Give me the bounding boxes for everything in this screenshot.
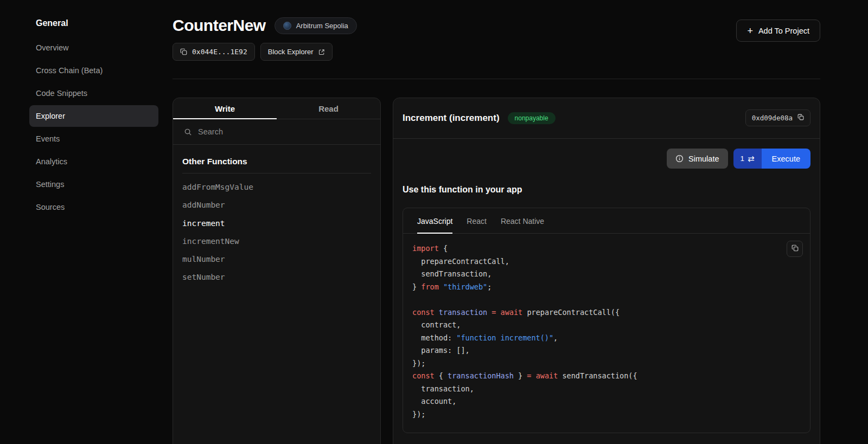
- simulate-button[interactable]: Simulate: [667, 149, 727, 169]
- page-title: CounterNew: [173, 16, 266, 35]
- function-group: Other Functions addFromMsgValue addNumbe…: [173, 145, 380, 294]
- sidebar-item-events[interactable]: Events: [29, 128, 158, 150]
- code-line: } from "thirdweb";: [412, 281, 801, 294]
- sidebar: General Overview Cross Chain (Beta) Code…: [0, 0, 173, 444]
- tab-javascript[interactable]: JavaScript: [417, 208, 452, 234]
- contract-meta-row: 0x044E...1E92 Block Explorer: [173, 43, 357, 61]
- sidebar-item-settings[interactable]: Settings: [29, 173, 158, 195]
- function-item-mulNumber[interactable]: mulNumber: [182, 250, 371, 268]
- sidebar-nav: Overview Cross Chain (Beta) Code Snippet…: [29, 37, 158, 218]
- code-line: });: [412, 357, 801, 370]
- sidebar-item-sources[interactable]: Sources: [29, 196, 158, 218]
- copy-icon: [180, 48, 187, 55]
- tab-react-native[interactable]: React Native: [501, 208, 544, 234]
- function-item-increment[interactable]: increment: [182, 215, 371, 233]
- add-to-project-button[interactable]: + Add To Project: [736, 20, 820, 42]
- sidebar-item-overview[interactable]: Overview: [29, 37, 158, 59]
- execute-button[interactable]: Execute: [762, 149, 810, 169]
- code-language-tabs: JavaScript React React Native: [403, 208, 810, 234]
- copy-icon: [797, 114, 804, 122]
- function-list: addFromMsgValue addNumber increment incr…: [182, 178, 371, 287]
- code-line: [412, 293, 801, 306]
- block-explorer-label: Block Explorer: [268, 48, 314, 56]
- code-line: account,: [412, 395, 801, 408]
- code-line: transaction,: [412, 383, 801, 396]
- code-line: method: "function increment()",: [412, 332, 801, 345]
- function-title-wrap: Increment (increment) nonpayable: [403, 112, 556, 124]
- sidebar-item-explorer[interactable]: Explorer: [29, 105, 158, 127]
- function-detail-header: Increment (increment) nonpayable 0xd09de…: [393, 98, 820, 139]
- app: General Overview Cross Chain (Beta) Code…: [0, 0, 868, 444]
- sidebar-item-cross-chain[interactable]: Cross Chain (Beta): [29, 60, 158, 81]
- swap-icon: ⇄: [748, 155, 755, 163]
- plus-icon: +: [747, 26, 753, 36]
- info-icon: [675, 155, 684, 163]
- mutability-badge: nonpayable: [508, 112, 556, 124]
- code-line: prepareContractCall,: [412, 255, 801, 268]
- simulate-label: Simulate: [688, 155, 719, 163]
- code-line: contract,: [412, 319, 801, 332]
- execute-count: 1: [741, 155, 745, 163]
- function-item-incrementNew[interactable]: incrementNew: [182, 233, 371, 250]
- code-copy-button[interactable]: [787, 241, 803, 257]
- sidebar-heading: General: [29, 18, 158, 28]
- execute-split-button: 1 ⇄ Execute: [733, 149, 811, 169]
- network-badge-label: Arbitrum Sepolia: [296, 22, 348, 30]
- function-group-heading: Other Functions: [182, 152, 371, 173]
- tab-write[interactable]: Write: [173, 98, 277, 119]
- header-divider: [173, 79, 820, 79]
- network-badge[interactable]: Arbitrum Sepolia: [275, 17, 357, 34]
- contract-address-label: 0x044E...1E92: [192, 48, 247, 56]
- external-link-icon: [318, 49, 325, 55]
- function-type-tabs: Write Read: [173, 98, 380, 119]
- contract-header-left: CounterNew Arbitrum Sepolia: [173, 16, 357, 61]
- copy-icon: [792, 244, 799, 253]
- code-line: const { transactionHash } = await sendTr…: [412, 370, 801, 383]
- function-actions: Simulate 1 ⇄ Execute: [393, 139, 820, 169]
- tab-read[interactable]: Read: [277, 98, 380, 119]
- contract-address-button[interactable]: 0x044E...1E92: [173, 43, 255, 61]
- search-icon: [184, 128, 192, 136]
- usage-heading: Use this function in your app: [403, 185, 810, 195]
- sidebar-item-code-snippets[interactable]: Code Snippets: [29, 82, 158, 104]
- search-input[interactable]: [198, 127, 369, 136]
- code-line: params: [],: [412, 344, 801, 357]
- contract-header: CounterNew Arbitrum Sepolia: [173, 16, 820, 61]
- code-panel: JavaScript React React Native: [403, 208, 810, 433]
- code-line: });: [412, 408, 801, 421]
- code-area: import { prepareContractCall, sendTransa…: [403, 234, 810, 433]
- explorer-content: Write Read Other Functions addFr: [173, 98, 820, 444]
- function-search: [173, 119, 380, 145]
- functions-panel: Write Read Other Functions addFr: [173, 98, 381, 444]
- code-line: const transaction = await prepareContrac…: [412, 306, 801, 319]
- code-line: sendTransaction,: [412, 268, 801, 281]
- network-icon: [283, 22, 291, 30]
- function-selector-button[interactable]: 0xd09de08a: [745, 110, 810, 126]
- function-selector-label: 0xd09de08a: [752, 114, 793, 122]
- function-title: Increment (increment): [403, 113, 500, 124]
- function-item-setNumber[interactable]: setNumber: [182, 268, 371, 286]
- function-item-addNumber[interactable]: addNumber: [182, 196, 371, 214]
- tab-react[interactable]: React: [467, 208, 487, 234]
- function-item-addFromMsgValue[interactable]: addFromMsgValue: [182, 178, 371, 196]
- execute-count-button[interactable]: 1 ⇄: [733, 149, 762, 169]
- sidebar-item-analytics[interactable]: Analytics: [29, 151, 158, 172]
- block-explorer-button[interactable]: Block Explorer: [260, 43, 333, 61]
- title-row: CounterNew Arbitrum Sepolia: [173, 16, 357, 35]
- function-detail-panel: Increment (increment) nonpayable 0xd09de…: [393, 98, 820, 444]
- add-to-project-label: Add To Project: [758, 27, 809, 35]
- main-content: CounterNew Arbitrum Sepolia: [173, 0, 868, 444]
- code-line: import {: [412, 242, 801, 255]
- code-block: import { prepareContractCall, sendTransa…: [412, 242, 801, 421]
